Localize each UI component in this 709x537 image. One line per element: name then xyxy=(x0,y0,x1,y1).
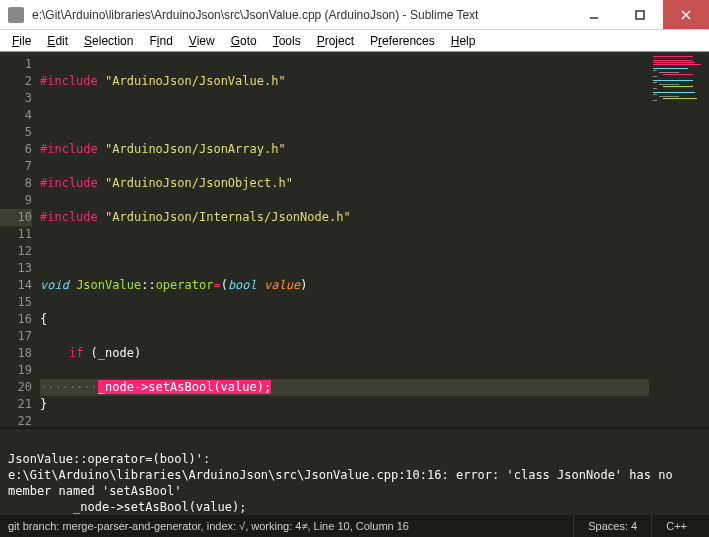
minimap[interactable] xyxy=(649,52,709,427)
window-controls xyxy=(571,0,709,29)
code-content[interactable]: #include "ArduinoJson/JsonValue.h" #incl… xyxy=(40,52,649,427)
menu-help[interactable]: Help xyxy=(443,32,484,50)
menubar: File Edit Selection Find View Goto Tools… xyxy=(0,30,709,52)
whitespace-dots: ········ xyxy=(40,380,98,394)
editor[interactable]: 1 2 3 4 5 6 7 8 9 10 11 12 13 14 15 16 1… xyxy=(0,52,709,427)
menu-file[interactable]: File xyxy=(4,32,39,50)
status-left[interactable]: git branch: merge-parser-and-generator, … xyxy=(8,520,573,532)
menu-selection[interactable]: Selection xyxy=(76,32,141,50)
highlighted-text: _node->setAsBool(value); xyxy=(98,380,271,394)
minimize-button[interactable] xyxy=(571,0,617,29)
close-button[interactable] xyxy=(663,0,709,29)
menu-tools[interactable]: Tools xyxy=(265,32,309,50)
titlebar: e:\Git\Arduino\libraries\ArduinoJson\src… xyxy=(0,0,709,30)
menu-goto[interactable]: Goto xyxy=(223,32,265,50)
menu-edit[interactable]: Edit xyxy=(39,32,76,50)
menu-project[interactable]: Project xyxy=(309,32,362,50)
line-number-gutter: 1 2 3 4 5 6 7 8 9 10 11 12 13 14 15 16 1… xyxy=(0,52,40,427)
status-spaces[interactable]: Spaces: 4 xyxy=(573,515,651,537)
menu-view[interactable]: View xyxy=(181,32,223,50)
status-language[interactable]: C++ xyxy=(651,515,701,537)
statusbar: git branch: merge-parser-and-generator, … xyxy=(0,515,709,537)
app-icon xyxy=(8,7,24,23)
svg-rect-1 xyxy=(636,11,644,19)
menu-preferences[interactable]: Preferences xyxy=(362,32,443,50)
menu-find[interactable]: Find xyxy=(141,32,180,50)
maximize-button[interactable] xyxy=(617,0,663,29)
window-title: e:\Git\Arduino\libraries\ArduinoJson\src… xyxy=(32,8,571,22)
build-output[interactable]: JsonValue::operator=(bool)':e:\Git\Ardui… xyxy=(0,427,709,515)
